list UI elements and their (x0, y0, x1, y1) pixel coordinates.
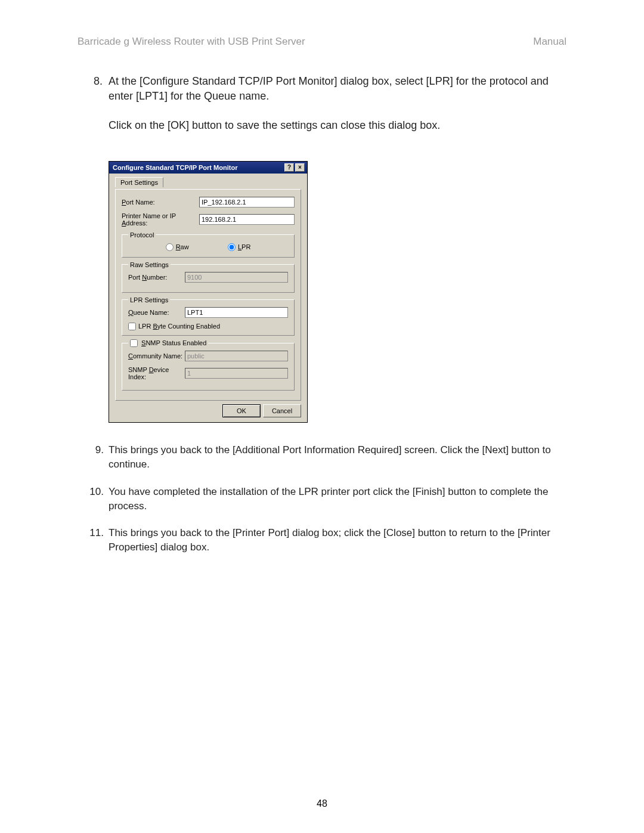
header-right: Manual (533, 36, 566, 48)
ip-address-label: Printer Name or IP Address: (122, 212, 199, 227)
protocol-lpr-option[interactable]: LPR (228, 243, 250, 251)
page-number: 48 (0, 798, 644, 809)
step-8-text-1: At the [Configure Standard TCP/IP Port M… (109, 74, 566, 104)
ip-address-input[interactable] (199, 214, 295, 225)
step-11-text: This brings you back to the [Printer Por… (109, 526, 566, 555)
step-9-text: This brings you back to the [Additional … (109, 443, 566, 472)
protocol-group: Protocol Raw LPR (122, 231, 295, 258)
step-9-number: 9. (87, 443, 104, 472)
snmp-index-input (185, 368, 288, 379)
protocol-lpr-radio[interactable] (228, 243, 236, 251)
queue-name-label: Queue Name: (128, 309, 185, 316)
protocol-raw-option[interactable]: Raw (166, 243, 189, 251)
queue-name-input[interactable] (185, 307, 288, 318)
dialog-titlebar[interactable]: Configure Standard TCP/IP Port Monitor ?… (109, 162, 307, 174)
lpr-byte-counting-checkbox[interactable] (128, 323, 136, 330)
raw-settings-group: Raw Settings Port Number: (122, 261, 295, 293)
header-left: Barricade g Wireless Router with USB Pri… (78, 36, 305, 48)
step-8-number: 8. (87, 74, 103, 148)
lpr-settings-group: LPR Settings Queue Name: LPR Byte Counti… (122, 296, 295, 336)
lpr-settings-legend: LPR Settings (128, 296, 170, 304)
step-10-number: 10. (87, 485, 104, 513)
community-name-label: Community Name: (128, 352, 185, 360)
protocol-raw-radio[interactable] (166, 243, 174, 251)
lpr-byte-counting-label: LPR Byte Counting Enabled (138, 323, 220, 330)
raw-port-number-input (185, 272, 288, 283)
snmp-group: SNMP Status Enabled Community Name: SNMP… (122, 339, 295, 391)
close-icon[interactable]: × (295, 163, 305, 172)
step-11-number: 11. (87, 526, 104, 555)
help-icon[interactable]: ? (284, 163, 294, 172)
raw-settings-legend: Raw Settings (128, 261, 171, 268)
cancel-button[interactable]: Cancel (263, 404, 301, 417)
port-name-input[interactable] (199, 197, 295, 208)
raw-port-number-label: Port Number: (128, 274, 185, 281)
tab-port-settings[interactable]: Port Settings (115, 177, 163, 187)
dialog-title: Configure Standard TCP/IP Port Monitor (113, 164, 237, 171)
community-name-input (185, 351, 288, 361)
snmp-index-label: SNMP Device Index: (128, 366, 185, 380)
snmp-enabled-checkbox[interactable] (130, 339, 138, 347)
step-10-text: You have completed the installation of t… (109, 485, 566, 513)
protocol-legend: Protocol (128, 231, 156, 239)
snmp-legend: SNMP Status Enabled (128, 339, 208, 348)
step-8-text-2: Click on the [OK] button to save the set… (109, 118, 566, 133)
ok-button[interactable]: OK (222, 404, 261, 417)
configure-port-dialog: Configure Standard TCP/IP Port Monitor ?… (109, 161, 308, 423)
port-name-label: Port Name: (122, 199, 199, 206)
